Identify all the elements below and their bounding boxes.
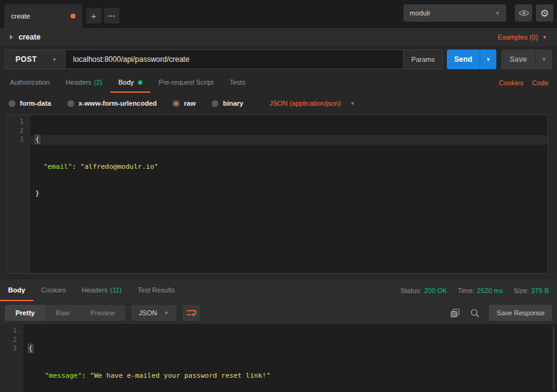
- examples-dropdown[interactable]: Examples (0) ▼: [498, 33, 547, 41]
- radio-binary[interactable]: binary: [212, 100, 243, 107]
- chevron-down-icon[interactable]: ▼: [350, 101, 355, 106]
- response-meta: Status:200 OK Time:2520 ms Size:375 B: [400, 279, 557, 301]
- close-brace: }: [35, 189, 40, 197]
- tab-pre-request-script[interactable]: Pre-request Script: [150, 73, 222, 93]
- tab-tests-label: Tests: [230, 79, 246, 86]
- code-line: }: [35, 189, 548, 198]
- params-button[interactable]: Params: [403, 50, 443, 69]
- send-label: Send: [447, 49, 480, 69]
- response-headers-count-badge: (11): [110, 286, 122, 294]
- content-type-selector[interactable]: JSON (application/json): [269, 100, 341, 107]
- radio-form-data[interactable]: form-data: [9, 100, 51, 107]
- line-number: 2: [7, 127, 24, 136]
- body-type-row: form-data x-www-form-urlencoded raw bina…: [0, 93, 557, 113]
- json-key: "message": [45, 372, 82, 380]
- open-brace: {: [35, 135, 40, 143]
- save-button[interactable]: Save ▼: [501, 49, 552, 69]
- json-key: "email": [43, 163, 72, 171]
- response-tab-cookies[interactable]: Cookies: [33, 279, 74, 301]
- request-json-code: { "email": "alfredo@modulr.io" }: [30, 115, 548, 216]
- tab-headers-label: Headers: [66, 79, 92, 86]
- send-button[interactable]: Send ▼: [447, 49, 496, 69]
- cookies-label: Cookies: [499, 79, 524, 87]
- separator: :: [72, 163, 80, 171]
- form-data-label: form-data: [20, 100, 51, 107]
- environment-preview-button[interactable]: [515, 4, 532, 22]
- tab-headers[interactable]: Headers (2): [58, 73, 110, 93]
- method-value: POST: [15, 55, 52, 64]
- scrollbar[interactable]: [553, 325, 555, 391]
- copy-response-button[interactable]: [448, 305, 462, 321]
- urlencoded-label: x-www-form-urlencoded: [79, 100, 157, 107]
- save-response-button[interactable]: Save Response: [489, 305, 552, 321]
- response-format-value: JSON: [139, 309, 157, 317]
- tab-tests[interactable]: Tests: [222, 73, 254, 93]
- top-bar: create + ••• modulr ▼ ⚙: [0, 0, 557, 28]
- view-mode-raw[interactable]: Raw: [45, 305, 80, 321]
- environment-name: modulr: [410, 9, 495, 17]
- settings-button[interactable]: ⚙: [536, 4, 553, 22]
- radio-selected-icon: [173, 100, 179, 107]
- radio-raw[interactable]: raw: [173, 100, 196, 107]
- response-tab-headers[interactable]: Headers (11): [74, 279, 129, 301]
- code-label: Code: [532, 79, 548, 87]
- fold-marker-icon[interactable]: -: [17, 326, 24, 336]
- line-number: 1: [0, 326, 17, 336]
- chevron-down-icon: ▼: [495, 11, 500, 16]
- body-filled-dot-icon: [138, 80, 142, 85]
- open-brace: {: [28, 344, 33, 352]
- indent: [35, 163, 43, 171]
- line-number: 1: [7, 117, 24, 127]
- line-number-gutter: 1- 2 3: [7, 115, 30, 273]
- code-line: {: [28, 344, 557, 354]
- url-input[interactable]: localhost:8000/api/password/create Param…: [65, 49, 443, 69]
- code-line: {: [30, 135, 548, 145]
- response-tab-body[interactable]: Body: [0, 279, 33, 301]
- url-value: localhost:8000/api/password/create: [66, 55, 403, 64]
- chevron-down-icon: ▼: [52, 57, 57, 62]
- response-tab-test-results[interactable]: Test Results: [130, 279, 183, 301]
- plus-icon: +: [91, 11, 97, 21]
- chevron-down-icon: ▼: [164, 310, 169, 316]
- code-line: "email": "alfredo@modulr.io": [35, 163, 548, 172]
- response-body-editor[interactable]: 1- 2 3 { "message": "We have e-mailed yo…: [0, 324, 557, 392]
- fold-marker-icon[interactable]: -: [24, 117, 30, 127]
- method-selector[interactable]: POST ▼: [5, 49, 65, 69]
- tab-pre-request-label: Pre-request Script: [158, 79, 214, 86]
- spacer: [254, 73, 494, 93]
- request-tab-create[interactable]: create: [4, 4, 82, 28]
- size-badge: Size:375 B: [514, 287, 549, 294]
- radio-icon: [212, 100, 218, 107]
- test-results-label: Test Results: [138, 286, 175, 294]
- request-tab-label: create: [11, 12, 71, 20]
- save-label: Save: [501, 49, 535, 69]
- response-body-label: Body: [8, 286, 25, 294]
- collapse-caret-icon[interactable]: [10, 35, 13, 40]
- view-mode-preview[interactable]: Preview: [80, 305, 125, 321]
- send-options-button[interactable]: ▼: [480, 49, 496, 69]
- response-format-selector[interactable]: JSON ▼: [131, 305, 176, 321]
- new-tab-button[interactable]: +: [86, 8, 101, 23]
- wrap-text-button[interactable]: [183, 305, 200, 321]
- radio-urlencoded[interactable]: x-www-form-urlencoded: [67, 100, 157, 107]
- search-response-button[interactable]: [468, 305, 481, 321]
- indent: [28, 372, 45, 380]
- view-mode-switcher: Pretty Raw Preview: [5, 305, 125, 321]
- more-tabs-button[interactable]: •••: [104, 8, 119, 23]
- code-line: "message": "We have e-mailed your passwo…: [28, 372, 557, 381]
- code-link[interactable]: Code: [528, 73, 555, 93]
- request-title-row: create Examples (0) ▼: [0, 28, 557, 47]
- save-options-button[interactable]: ▼: [536, 49, 552, 69]
- radio-icon: [67, 100, 74, 107]
- view-mode-pretty[interactable]: Pretty: [5, 305, 45, 321]
- postman-window: create + ••• modulr ▼ ⚙ create Examples …: [0, 0, 557, 392]
- json-value: "alfredo@modulr.io": [80, 163, 158, 171]
- binary-label: binary: [223, 100, 243, 107]
- request-tabs: Authorization Headers (2) Body Pre-reque…: [0, 73, 557, 93]
- raw-label: raw: [184, 100, 196, 107]
- tab-authorization[interactable]: Authorization: [2, 73, 58, 93]
- tab-body[interactable]: Body: [110, 73, 150, 93]
- environment-selector[interactable]: modulr ▼: [404, 4, 506, 22]
- cookies-link[interactable]: Cookies: [494, 73, 528, 93]
- request-body-editor[interactable]: 1- 2 3 { "email": "alfredo@modulr.io" }: [6, 114, 548, 274]
